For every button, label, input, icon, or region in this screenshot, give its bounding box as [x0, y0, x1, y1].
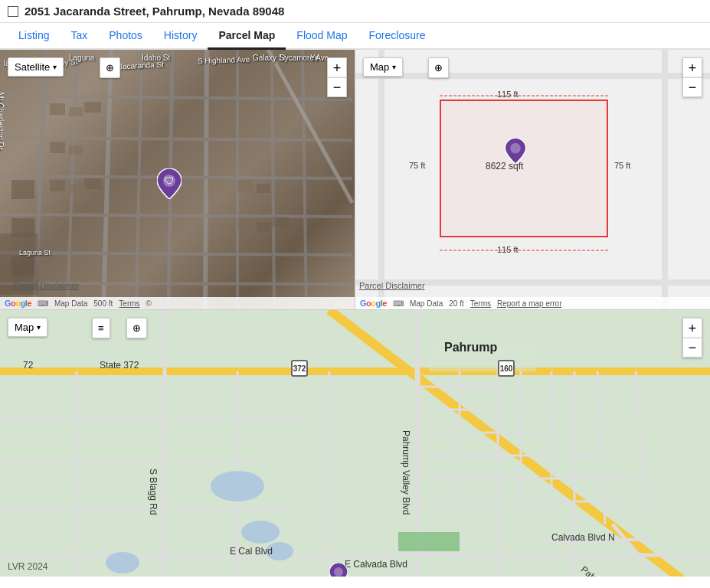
satellite-zoom-out-button[interactable]: −: [327, 77, 347, 97]
tab-foreclosure[interactable]: Foreclosure: [358, 23, 437, 50]
parcel-caret-icon: ▾: [392, 63, 396, 71]
svg-rect-24: [237, 180, 253, 191]
parcel-type-button[interactable]: Map ▾: [363, 57, 403, 77]
parcel-map[interactable]: 115 ft 115 ft 75 ft 75 ft 8622 sqft: [355, 50, 710, 309]
flood-zoom-out-button[interactable]: −: [682, 338, 702, 358]
satellite-footer-terms[interactable]: Terms: [119, 299, 139, 308]
svg-point-73: [241, 521, 280, 544]
flood-type-label: Map: [15, 322, 34, 333]
flood-type-button[interactable]: Map ▾: [8, 318, 47, 337]
satellite-type-button[interactable]: Satellite ▾: [8, 57, 64, 77]
parcel-google-logo: Google: [360, 299, 387, 308]
flood-map-footer-copyright: LVR 2024: [8, 561, 47, 572]
address-text: 2051 Jacaranda Street, Pahrump, Nevada 8…: [25, 5, 284, 18]
top-maps-row: 🛡 Satellite ▾ ⊕ + − Kearney St Jacaranda…: [0, 50, 710, 310]
parcel-zoom-out-button[interactable]: −: [682, 77, 702, 97]
parcel-outline: [440, 100, 608, 237]
dim-top-label: 115 ft: [497, 90, 519, 99]
main-content: 🛡 Satellite ▾ ⊕ + − Kearney St Jacaranda…: [0, 50, 710, 577]
address-checkbox[interactable]: [8, 6, 18, 17]
satellite-zoom-in-button[interactable]: +: [327, 57, 347, 77]
street-label-laguna: Laguna: [69, 54, 94, 62]
hwy-160-shield: 160: [498, 360, 515, 377]
street-label-sycamore: Sycamore Ave: [280, 54, 329, 62]
flood-label-72: 72: [23, 360, 33, 371]
flood-zoom-controls: + −: [682, 318, 702, 358]
tab-parcel-map[interactable]: Parcel Map: [208, 23, 286, 50]
flood-label-sblagg: S Blagg Rd: [148, 469, 159, 515]
tab-history[interactable]: History: [153, 23, 208, 50]
hwy-372-label: 372: [293, 364, 306, 373]
svg-rect-25: [257, 184, 270, 193]
flood-label-state372: State 372: [100, 360, 139, 371]
flood-label-calvadaN: Calvada Blvd N: [551, 532, 615, 543]
tab-tax[interactable]: Tax: [60, 23, 98, 50]
parcel-footer-mapdata: Map Data: [410, 299, 443, 308]
dim-bottom-label: 115 ft: [497, 245, 519, 254]
svg-point-72: [211, 471, 264, 501]
parcel-crosshair-icon: ⊕: [434, 62, 443, 74]
tab-listing[interactable]: Listing: [8, 23, 60, 50]
flood-label-pahrump-valley: Pahrump Valley Blvd: [401, 430, 411, 515]
svg-rect-23: [84, 178, 101, 189]
parcel-keyboard-icon: ⌨: [393, 299, 404, 308]
svg-rect-22: [69, 184, 83, 193]
street-label-mt-charleston: Mt.Charleston Dr: [0, 93, 5, 151]
parcel-footer-scale: 20 ft: [449, 299, 463, 308]
parcel-property-pin: [505, 138, 526, 167]
svg-rect-17: [69, 107, 83, 116]
svg-rect-21: [50, 180, 65, 191]
svg-rect-76: [398, 532, 460, 551]
hwy-372-shield: 372: [291, 360, 308, 377]
satellite-map-footer: Google ⌨ Map Data 500 ft Terms ©: [0, 297, 355, 309]
parcel-type-label: Map: [370, 61, 389, 73]
svg-rect-27: [257, 222, 270, 231]
parcel-locate-button[interactable]: ⊕: [428, 57, 449, 78]
tab-photos[interactable]: Photos: [98, 23, 153, 50]
flood-label-ecal: E Cal Blvd: [230, 546, 273, 557]
satellite-footer-copy: ©: [146, 299, 152, 308]
svg-text:🛡: 🛡: [164, 175, 175, 187]
svg-rect-16: [50, 103, 65, 115]
svg-point-75: [106, 552, 139, 573]
tab-bar: Listing Tax Photos History Parcel Map Fl…: [0, 23, 710, 50]
satellite-footer-mapdata: Map Data: [54, 299, 87, 308]
satellite-locate-button[interactable]: ⊕: [100, 57, 120, 78]
satellite-type-label: Satellite: [15, 61, 50, 73]
svg-rect-26: [237, 218, 253, 230]
parcel-map-footer: Google ⌨ Map Data 20 ft Terms Report a m…: [355, 297, 710, 309]
dim-right-label: 75 ft: [614, 161, 630, 170]
svg-rect-36: [355, 73, 710, 79]
street-label-laguna2: Laguna St: [19, 249, 51, 256]
hwy-160-label: 160: [500, 364, 513, 373]
svg-rect-20: [69, 145, 83, 155]
header: 2051 Jacaranda Street, Pahrump, Nevada 8…: [0, 0, 710, 23]
google-logo: Google: [5, 299, 31, 308]
flood-label-ecalvada: E Calvada Blvd: [345, 559, 407, 570]
satellite-crosshair-icon: ⊕: [106, 62, 114, 74]
street-label-idaho: Idaho St: [142, 54, 170, 62]
parcel-disclaimer-label[interactable]: Parcel Disclaimer: [359, 281, 425, 290]
dim-left-label: 75 ft: [409, 161, 425, 170]
satellite-parcel-disclaimer[interactable]: Parcel Disclaimer: [14, 281, 80, 290]
satellite-caret-icon: ▾: [53, 63, 57, 71]
svg-rect-39: [662, 50, 668, 309]
flood-zoom-in-button[interactable]: +: [682, 318, 702, 338]
property-pin: 🛡: [157, 168, 182, 202]
svg-rect-28: [272, 217, 289, 227]
tab-flood-map[interactable]: Flood Map: [286, 23, 358, 50]
flood-map[interactable]: 160 372 Map ▾ ≡ ⊕ + − 72 State 372 Pahru…: [0, 310, 710, 577]
parcel-footer-error[interactable]: Report a map error: [497, 299, 561, 308]
flood-locate-button[interactable]: ⊕: [126, 318, 147, 338]
parcel-footer-terms[interactable]: Terms: [470, 299, 491, 308]
satellite-footer-scale: 500 ft: [93, 299, 113, 308]
flood-caret-icon: ▾: [37, 323, 41, 332]
flood-layers-button[interactable]: ≡: [92, 318, 110, 338]
parcel-zoom-in-button[interactable]: +: [682, 57, 702, 77]
satellite-zoom-controls: + −: [327, 57, 347, 97]
flood-crosshair-icon: ⊕: [133, 322, 141, 334]
flood-property-pin: [329, 563, 348, 577]
flood-city-label: Pahrump: [444, 341, 497, 354]
satellite-map[interactable]: 🛡 Satellite ▾ ⊕ + − Kearney St Jacaranda…: [0, 50, 355, 309]
layers-icon: ≡: [98, 322, 104, 334]
